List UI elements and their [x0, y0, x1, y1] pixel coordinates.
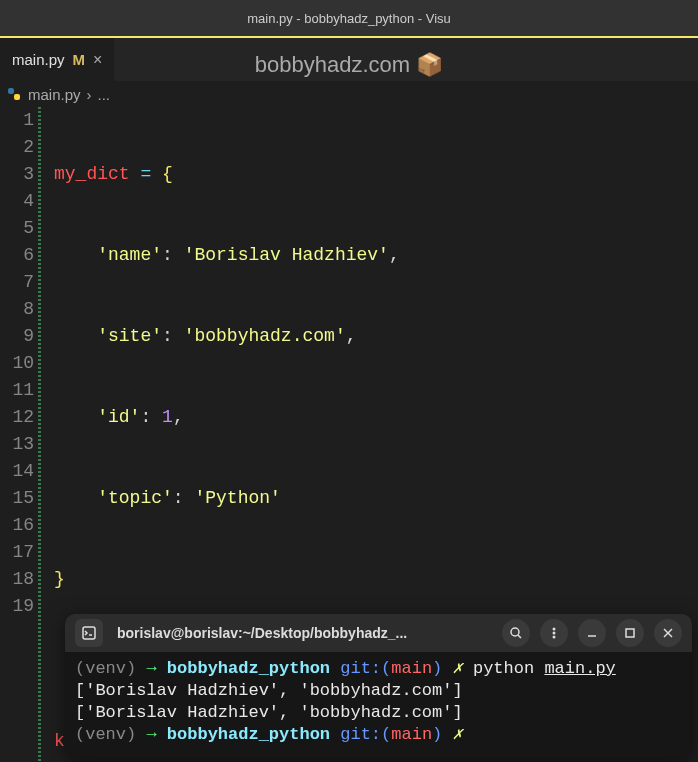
svg-point-4: [511, 628, 519, 636]
code-line: 'name': 'Borislav Hadzhiev',: [54, 242, 562, 269]
terminal-line: (venv) → bobbyhadz_python git:(main) ✗ p…: [75, 658, 682, 680]
terminal-line: ['Borislav Hadzhiev', 'bobbyhadz.com']: [75, 680, 682, 702]
code-line: my_dict = {: [54, 161, 562, 188]
terminal-titlebar[interactable]: borislav@borislav:~/Desktop/bobbyhadz_..…: [65, 614, 692, 652]
svg-rect-0: [8, 88, 14, 94]
breadcrumb-more: ...: [98, 86, 111, 103]
tab-bar: main.py M ×: [0, 36, 698, 81]
python-icon: [6, 86, 22, 102]
search-icon[interactable]: [502, 619, 530, 647]
terminal-title: borislav@borislav:~/Desktop/bobbyhadz_..…: [117, 625, 407, 641]
breadcrumb-file: main.py: [28, 86, 81, 103]
line-number-gutter: 123 456 789 101112 131415 161718 19: [0, 107, 38, 762]
terminal-line: (venv) → bobbyhadz_python git:(main) ✗: [75, 724, 682, 746]
tab-filename: main.py: [12, 51, 65, 68]
code-line: 'site': 'bobbyhadz.com',: [54, 323, 562, 350]
svg-point-6: [553, 628, 556, 631]
svg-point-8: [553, 636, 556, 639]
svg-rect-10: [626, 629, 634, 637]
minimize-icon[interactable]: [578, 619, 606, 647]
svg-line-5: [518, 635, 521, 638]
svg-rect-1: [14, 94, 20, 100]
breadcrumb-separator: ›: [87, 86, 92, 103]
breadcrumb[interactable]: main.py › ...: [0, 81, 698, 107]
maximize-icon[interactable]: [616, 619, 644, 647]
close-icon[interactable]: ×: [93, 51, 102, 69]
terminal-app-icon[interactable]: [75, 619, 103, 647]
tab-modified-indicator: M: [73, 51, 86, 68]
editor-tab[interactable]: main.py M ×: [0, 38, 115, 81]
code-line: }: [54, 566, 562, 593]
terminal-window: borislav@borislav:~/Desktop/bobbyhadz_..…: [65, 614, 692, 758]
window-titlebar: main.py - bobbyhadz_python - Visu: [0, 0, 698, 36]
modified-ruler: [38, 107, 44, 762]
terminal-line: ['Borislav Hadzhiev', 'bobbyhadz.com']: [75, 702, 682, 724]
window-title: main.py - bobbyhadz_python - Visu: [247, 11, 451, 26]
close-icon[interactable]: [654, 619, 682, 647]
terminal-body[interactable]: (venv) → bobbyhadz_python git:(main) ✗ p…: [65, 652, 692, 758]
menu-icon[interactable]: [540, 619, 568, 647]
svg-rect-2: [83, 627, 95, 639]
code-line: 'id': 1,: [54, 404, 562, 431]
code-line: 'topic': 'Python': [54, 485, 562, 512]
svg-point-7: [553, 632, 556, 635]
